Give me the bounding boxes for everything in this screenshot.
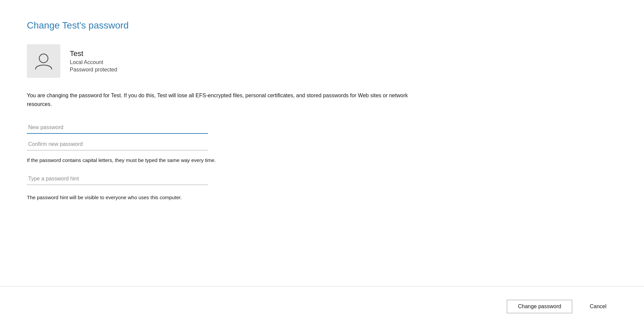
capital-letters-note: If the password contains capital letters… bbox=[27, 157, 295, 163]
user-status: Password protected bbox=[70, 67, 117, 73]
warning-text: You are changing the password for Test. … bbox=[27, 91, 429, 108]
svg-point-0 bbox=[39, 54, 48, 63]
confirm-password-input[interactable] bbox=[27, 138, 208, 151]
user-name: Test bbox=[70, 49, 117, 58]
user-account-type: Local Account bbox=[70, 59, 117, 65]
divider bbox=[0, 286, 644, 286]
hint-note: The password hint will be visible to eve… bbox=[27, 195, 295, 200]
user-avatar-icon bbox=[34, 52, 53, 70]
cancel-button[interactable]: Cancel bbox=[579, 300, 617, 313]
hint-section bbox=[27, 172, 208, 189]
password-hint-input[interactable] bbox=[27, 172, 208, 185]
avatar bbox=[27, 44, 60, 78]
new-password-input[interactable] bbox=[27, 121, 208, 134]
change-password-button[interactable]: Change password bbox=[507, 300, 572, 313]
dialog-title: Change Test's password bbox=[27, 20, 617, 31]
dialog-container: Change Test's password Test Local Accoun… bbox=[0, 0, 644, 330]
password-fields-section bbox=[27, 121, 208, 155]
user-details: Test Local Account Password protected bbox=[70, 49, 117, 73]
user-info-row: Test Local Account Password protected bbox=[27, 44, 617, 78]
buttons-row: Change password Cancel bbox=[507, 300, 617, 313]
